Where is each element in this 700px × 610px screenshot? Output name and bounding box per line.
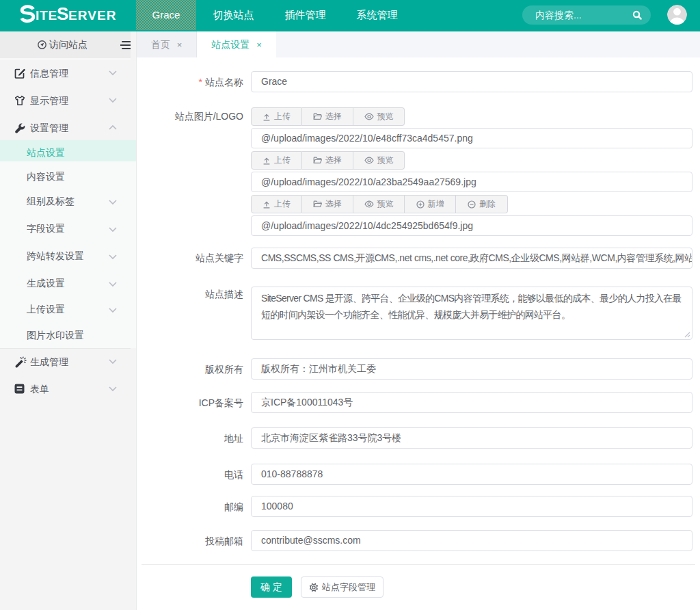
- svg-text:ERVER: ERVER: [68, 8, 117, 23]
- svg-text:S: S: [57, 3, 68, 24]
- svg-text:ITE: ITE: [36, 8, 57, 23]
